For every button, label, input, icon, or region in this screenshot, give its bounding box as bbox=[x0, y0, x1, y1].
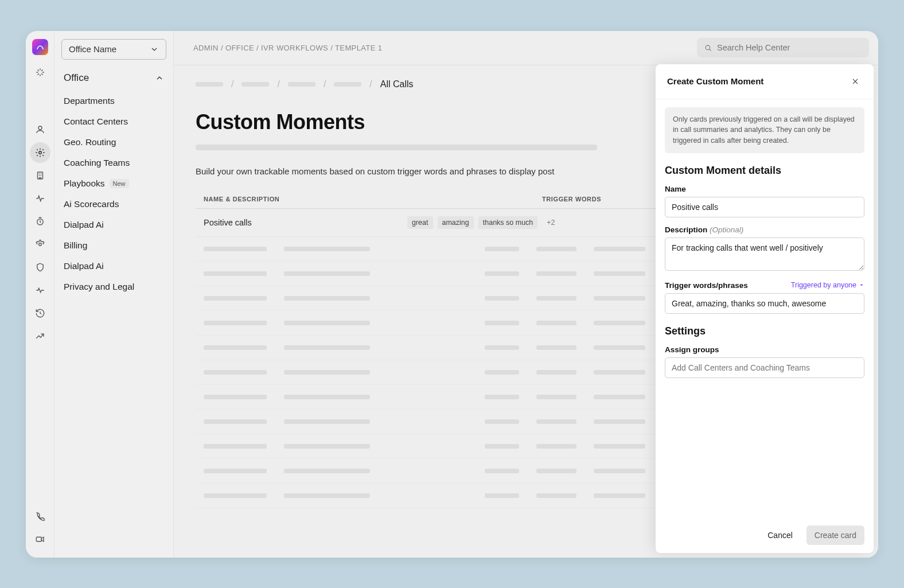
trend-icon[interactable] bbox=[30, 326, 50, 346]
panel-title: Create Custom Moment bbox=[667, 76, 763, 86]
subnav-item-8[interactable]: Dialpad Ai bbox=[61, 256, 166, 277]
svg-point-6 bbox=[706, 45, 710, 50]
description-input[interactable] bbox=[665, 237, 864, 271]
subnav-item-label: Ai Scorecards bbox=[64, 199, 119, 209]
svg-point-0 bbox=[38, 126, 42, 130]
subnav-item-9[interactable]: Privacy and Legal bbox=[61, 277, 166, 297]
timer-icon[interactable] bbox=[30, 211, 50, 232]
subnav-item-label: Billing bbox=[64, 240, 87, 251]
sparkle-icon[interactable] bbox=[30, 62, 50, 83]
subnav-item-2[interactable]: Geo. Routing bbox=[61, 132, 166, 153]
subnav-item-label: Contact Centers bbox=[64, 116, 128, 127]
close-icon bbox=[851, 77, 859, 85]
skeleton-bar bbox=[196, 145, 597, 150]
info-box: Only cards previously triggered on a cal… bbox=[665, 107, 864, 153]
trigger-input[interactable] bbox=[665, 293, 864, 314]
video-icon[interactable] bbox=[30, 529, 50, 550]
chevron-down-icon bbox=[150, 45, 159, 54]
topbar: ADMIN / OFFICE / IVR WORKFLOWS / TEMPLAT… bbox=[174, 31, 878, 65]
office-selector-label: Office Name bbox=[69, 44, 116, 54]
app-logo[interactable] bbox=[32, 39, 48, 55]
col-name-header: NAME & DESCRIPTION bbox=[204, 196, 542, 203]
phone-icon[interactable] bbox=[30, 506, 50, 527]
tab-all-calls[interactable]: All Calls bbox=[380, 79, 414, 89]
chip: thanks so much bbox=[478, 216, 538, 229]
chip: great bbox=[407, 216, 433, 229]
pulse-icon[interactable] bbox=[30, 280, 50, 301]
name-input[interactable] bbox=[665, 197, 864, 217]
subnav-item-5[interactable]: Ai Scorecards bbox=[61, 194, 166, 215]
building-icon[interactable] bbox=[30, 165, 50, 186]
search-box[interactable] bbox=[697, 38, 869, 57]
user-icon[interactable] bbox=[30, 119, 50, 140]
section-settings: Settings bbox=[665, 325, 864, 337]
row-name: Positive calls bbox=[204, 218, 407, 227]
chevron-up-icon bbox=[155, 73, 164, 83]
subnav-item-label: Dialpad Ai bbox=[64, 220, 104, 230]
gear2-icon[interactable] bbox=[30, 234, 50, 255]
subnav-item-label: Departments bbox=[64, 96, 115, 106]
trigger-chips: greatamazingthanks so much+2 bbox=[407, 216, 560, 229]
subnav-item-0[interactable]: Departments bbox=[61, 91, 166, 111]
subnav: Office Name Office DepartmentsContact Ce… bbox=[54, 31, 174, 558]
subnav-item-label: Coaching Teams bbox=[64, 158, 130, 168]
subnav-item-label: Playbooks bbox=[64, 178, 105, 189]
caret-down-icon bbox=[859, 282, 864, 288]
new-badge: New bbox=[110, 179, 129, 188]
subnav-header[interactable]: Office bbox=[61, 72, 166, 84]
create-moment-panel: Create Custom Moment Only cards previous… bbox=[656, 64, 874, 553]
activity-icon[interactable] bbox=[30, 188, 50, 209]
groups-label: Assign groups bbox=[665, 345, 864, 354]
subnav-item-1[interactable]: Contact Centers bbox=[61, 111, 166, 132]
svg-point-4 bbox=[38, 243, 41, 246]
name-label: Name bbox=[665, 185, 864, 193]
breadcrumb: ADMIN / OFFICE / IVR WORKFLOWS / TEMPLAT… bbox=[193, 44, 382, 52]
svg-point-1 bbox=[38, 151, 41, 154]
section-details: Custom Moment details bbox=[665, 165, 864, 177]
description-label: Description (Optional) bbox=[665, 225, 864, 234]
svg-rect-5 bbox=[36, 537, 41, 542]
subnav-item-7[interactable]: Billing bbox=[61, 235, 166, 256]
trigger-label: Trigger words/phrases bbox=[665, 281, 748, 290]
subnav-header-label: Office bbox=[64, 72, 89, 84]
icon-rail bbox=[26, 31, 54, 558]
office-selector[interactable]: Office Name bbox=[61, 39, 166, 60]
history-icon[interactable] bbox=[30, 303, 50, 324]
search-icon bbox=[704, 44, 712, 52]
chip-more: +2 bbox=[542, 216, 559, 229]
close-button[interactable] bbox=[848, 75, 862, 88]
groups-input[interactable] bbox=[665, 357, 864, 378]
subnav-item-3[interactable]: Coaching Teams bbox=[61, 153, 166, 173]
shield-icon[interactable] bbox=[30, 257, 50, 278]
subnav-item-label: Privacy and Legal bbox=[64, 282, 134, 292]
create-card-button[interactable]: Create card bbox=[806, 525, 864, 545]
chip: amazing bbox=[438, 216, 474, 229]
trigger-scope-dropdown[interactable]: Triggered by anyone bbox=[791, 281, 864, 289]
logo-icon bbox=[36, 42, 45, 52]
subnav-item-label: Geo. Routing bbox=[64, 137, 116, 147]
gear-icon[interactable] bbox=[30, 142, 50, 163]
cancel-button[interactable]: Cancel bbox=[759, 525, 801, 545]
subnav-item-label: Dialpad Ai bbox=[64, 261, 104, 271]
search-input[interactable] bbox=[717, 43, 862, 52]
subnav-item-4[interactable]: PlaybooksNew bbox=[61, 173, 166, 194]
subnav-item-6[interactable]: Dialpad Ai bbox=[61, 215, 166, 235]
